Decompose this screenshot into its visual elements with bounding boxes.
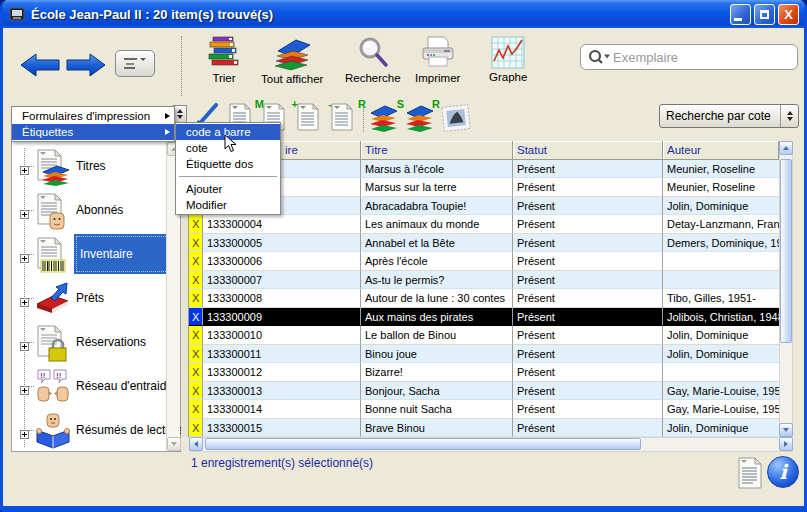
row-status: Présent [513, 382, 663, 400]
scroll-left-button[interactable] [189, 437, 203, 451]
imprimer-button[interactable]: Imprimer [415, 36, 460, 84]
list-r-button[interactable]: R [331, 103, 361, 135]
table-row[interactable]: X 133300008 Autour de la lune : 30 conte… [189, 289, 779, 307]
recherche-button[interactable]: Recherche [345, 36, 401, 84]
close-button[interactable]: X [778, 4, 799, 25]
search-input[interactable] [613, 50, 797, 65]
header-titre[interactable]: Titre [361, 141, 513, 160]
search-field[interactable] [580, 44, 798, 70]
sidebar-item-label: Prêts [76, 291, 104, 305]
table-row[interactable]: X 133300007 As-tu le permis? Présent [189, 271, 779, 289]
header-statut[interactable]: Statut [513, 141, 663, 160]
row-author: Detay-Lanzmann, Franço [663, 215, 779, 233]
books-r-button[interactable]: R [405, 103, 435, 135]
menu-item-modifier[interactable]: Modifier [176, 197, 280, 213]
stamp-button[interactable] [441, 103, 471, 135]
titles-doc-books-icon [35, 148, 71, 190]
row-status: Présent [513, 160, 663, 178]
record-list-button[interactable] [738, 457, 762, 493]
list-doc-icon [331, 103, 353, 131]
info-button[interactable]: i [767, 456, 799, 488]
row-title: Après l'école [361, 252, 513, 270]
back-arrow-icon [19, 52, 61, 78]
arrow-down-icon [783, 428, 789, 432]
sidebar-item-titres[interactable]: Titres [12, 144, 165, 188]
table-row[interactable]: X 133300006 Après l'école Présent [189, 252, 779, 270]
row-author: Demers, Dominique, 1956 [663, 234, 779, 252]
sidebar-item-reseau-entraide[interactable]: !!!! Réseau d'entraide [12, 364, 165, 408]
maximize-button[interactable] [754, 4, 775, 25]
table-row[interactable]: X 133300013 Bonjour, Sacha Présent Gay, … [189, 382, 779, 400]
row-number: 133300010 [203, 326, 361, 344]
trier-button[interactable]: Trier [207, 36, 241, 84]
row-flag: X [189, 363, 203, 381]
table-vertical-scrollbar[interactable] [779, 141, 793, 437]
row-title: Marsus à l'école [361, 160, 513, 178]
row-author: Gay, Marie-Louise, 1952- [663, 382, 779, 400]
horizontal-scroll-thumb[interactable] [205, 438, 641, 450]
menu-item-formulaires-impression[interactable]: Formulaires d'impression [12, 108, 174, 124]
sidebar-item-prets[interactable]: Prêts [12, 276, 165, 320]
sidebar-item-resumes-lecture[interactable]: Résumés de lecture [12, 408, 165, 452]
menu-item-ajouter[interactable]: Ajouter [176, 181, 280, 197]
expand-plus-icon[interactable] [20, 337, 29, 355]
header-auteur[interactable]: Auteur [663, 141, 779, 160]
view-options-button[interactable] [115, 50, 155, 77]
table-row[interactable]: X 133300004 Les animaux du monde Présent… [189, 215, 779, 233]
document-list-icon [738, 457, 762, 489]
row-author: Meunier, Roseline [663, 160, 779, 178]
row-author [663, 271, 779, 289]
expand-plus-icon[interactable] [20, 425, 29, 443]
row-author: Jolin, Dominique [663, 197, 779, 215]
forward-button[interactable] [65, 52, 107, 82]
vertical-scroll-thumb[interactable] [780, 159, 792, 343]
menu-item-etiquette-dos[interactable]: Étiquette dos [176, 156, 280, 172]
sorted-books-icon [207, 36, 241, 70]
scroll-down-button[interactable] [779, 423, 793, 437]
expand-plus-icon[interactable] [20, 249, 29, 267]
sidebar-item-reservations[interactable]: Réservations [12, 320, 165, 364]
table-horizontal-scrollbar[interactable] [189, 437, 793, 452]
row-status: Présent [513, 271, 663, 289]
filter-combo[interactable]: Recherche par cote [659, 104, 799, 128]
table-row[interactable]: X 133300010 Le ballon de Binou Présent J… [189, 326, 779, 344]
graphe-button[interactable]: Graphe [489, 36, 527, 83]
maximize-icon [760, 10, 769, 19]
scroll-right-button[interactable] [779, 437, 793, 451]
scroll-up-button[interactable] [779, 141, 793, 155]
row-flag: X [189, 419, 203, 437]
expand-plus-icon[interactable] [20, 293, 29, 311]
expand-plus-icon[interactable] [20, 381, 29, 399]
table-row[interactable]: X 133300005 Annabel et la Bête Présent D… [189, 234, 779, 252]
sidebar-item-abonnes[interactable]: Abonnés [12, 188, 165, 232]
filter-combo-value: Recherche par cote [660, 109, 780, 123]
table-row[interactable]: X 133300009 Aux mains des pirates Présen… [189, 308, 779, 326]
sidebar-item-inventaire[interactable]: Inventaire [12, 232, 165, 276]
row-author: Tibo, Gilles, 1951- [663, 289, 779, 307]
menu-spinner[interactable] [173, 105, 187, 123]
search-icon [587, 49, 613, 65]
row-status: Présent [513, 308, 663, 326]
list-remove-button[interactable]: - [297, 103, 327, 135]
row-status: Présent [513, 215, 663, 233]
table-row[interactable]: X 133300015 Brave Binou Présent Jolin, D… [189, 419, 779, 437]
back-button[interactable] [19, 52, 61, 82]
table-row[interactable]: X 133300014 Bonne nuit Sacha Présent Gay… [189, 400, 779, 418]
magnifier-icon [355, 36, 391, 70]
tout-afficher-button[interactable]: Tout afficher [261, 34, 323, 85]
sidebar-item-label: Titres [76, 159, 106, 173]
table-row[interactable]: X 133300011 Binou joue Présent Jolin, Do… [189, 345, 779, 363]
loans-book-arrow-icon [35, 280, 71, 322]
expand-plus-icon[interactable] [20, 205, 29, 223]
minimize-button[interactable] [730, 4, 751, 25]
row-title: Annabel et la Bête [361, 234, 513, 252]
book-stack-icon [405, 103, 435, 133]
table-row[interactable]: X 133300012 Bizarre! Présent [189, 363, 779, 381]
row-number: 133300006 [203, 252, 361, 270]
app-icon [9, 6, 25, 22]
books-s-button[interactable]: S [369, 103, 399, 135]
menu-item-etiquettes[interactable]: Étiquettes [12, 124, 174, 140]
scroll-down-button[interactable] [167, 437, 181, 451]
svg-text:!!: !! [56, 371, 61, 380]
expand-plus-icon[interactable] [20, 161, 29, 179]
